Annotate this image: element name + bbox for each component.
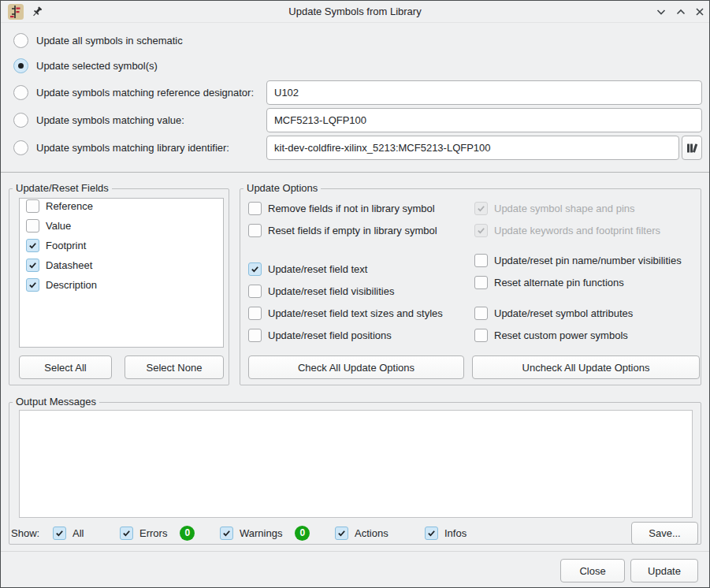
radio-circle (13, 33, 28, 48)
reference-designator-input[interactable] (266, 80, 702, 105)
close-icon (693, 6, 706, 18)
checkbox-update-pin-visibilities[interactable]: Update/reset pin name/number visibilitie… (474, 253, 682, 267)
checkbox-box (474, 329, 488, 342)
section-separator (1, 172, 710, 173)
checkbox-filter-warnings[interactable]: Warnings 0 (220, 526, 310, 540)
radio-match-value[interactable]: Update symbols matching value: (13, 112, 184, 128)
checkbox-box (26, 259, 39, 272)
update-symbols-dialog: Update Symbols from Library Update all s… (0, 0, 710, 588)
checkbox-datasheet[interactable]: Datasheet (26, 258, 223, 272)
checkbox-box (474, 224, 488, 237)
radio-label: Update selected symbol(s) (36, 60, 158, 72)
options-group-title: Update Options (243, 182, 321, 194)
checkbox-box (474, 202, 488, 215)
checkbox-box (425, 527, 438, 540)
checkbox-box (220, 527, 233, 540)
radio-label: Update symbols matching value: (36, 114, 184, 126)
minimize-button[interactable] (655, 6, 667, 18)
select-all-button[interactable]: Select All (19, 355, 112, 379)
checkbox-label: Warnings (240, 527, 282, 539)
output-messages-panel[interactable] (19, 410, 693, 518)
close-window-button[interactable] (693, 6, 706, 18)
checkbox-box (474, 254, 488, 267)
checkbox-box (26, 219, 39, 233)
checkbox-box (248, 262, 262, 276)
checkbox-label: Update/reset symbol attributes (494, 307, 633, 319)
checkbox-box (335, 527, 348, 540)
checkbox-filter-errors[interactable]: Errors 0 (120, 526, 195, 540)
checkbox-label: Update symbol shape and pins (494, 203, 635, 214)
chevron-up-icon (675, 6, 687, 18)
radio-match-library-id[interactable]: Update symbols matching library identifi… (13, 140, 229, 155)
checkbox-label: Update/reset field text sizes and styles (268, 307, 443, 319)
fields-list[interactable]: Reference Value Footprint Datasheet Desc… (19, 198, 224, 348)
checkbox-reference[interactable]: Reference (26, 199, 223, 213)
save-button[interactable]: Save... (631, 522, 698, 545)
checkbox-update-field-positions[interactable]: Update/reset field positions (248, 328, 392, 342)
radio-label: Update all symbols in schematic (36, 35, 183, 47)
radio-update-selected[interactable]: Update selected symbol(s) (13, 58, 158, 73)
maximize-button[interactable] (675, 6, 687, 18)
checkbox-label: Footprint (46, 240, 86, 251)
checkbox-box (53, 527, 66, 540)
checkbox-update-field-text[interactable]: Update/reset field text (248, 262, 367, 276)
select-none-button[interactable]: Select None (125, 355, 224, 379)
checkbox-label: Update/reset field visibilities (268, 285, 394, 297)
checkbox-label: Value (46, 220, 71, 232)
checkbox-box (474, 276, 488, 289)
checkbox-update-symbol-shape: Update symbol shape and pins (474, 201, 635, 215)
footer-separator (1, 551, 710, 552)
checkbox-update-field-visibilities[interactable]: Update/reset field visibilities (248, 284, 394, 298)
options-groupbox: Update Options Remove fields if not in l… (240, 188, 701, 385)
uncheck-all-options-button[interactable]: Uncheck All Update Options (472, 355, 700, 379)
titlebar[interactable]: Update Symbols from Library (1, 1, 709, 23)
checkbox-label: Reset custom power symbols (494, 329, 628, 341)
window-title: Update Symbols from Library (1, 1, 709, 22)
radio-label: Update symbols matching reference design… (36, 87, 254, 99)
browse-library-button[interactable] (682, 136, 702, 160)
checkbox-box (248, 285, 262, 298)
checkbox-label: Update/reset pin name/number visibilitie… (494, 255, 682, 266)
radio-update-all[interactable]: Update all symbols in schematic (13, 32, 183, 48)
checkbox-box (120, 527, 133, 540)
checkbox-box (248, 224, 262, 237)
checkbox-value[interactable]: Value (26, 218, 223, 233)
check-all-options-button[interactable]: Check All Update Options (248, 355, 464, 379)
checkbox-box (248, 202, 262, 215)
checkbox-filter-actions[interactable]: Actions (335, 526, 388, 540)
library-identifier-input[interactable] (266, 136, 679, 160)
checkbox-label: Reference (46, 200, 93, 212)
checkbox-reset-empty-fields[interactable]: Reset fields if empty in library symbol (248, 223, 437, 237)
value-input[interactable] (266, 108, 702, 132)
checkbox-remove-fields[interactable]: Remove fields if not in library symbol (248, 201, 435, 215)
checkbox-label: Update keywords and footprint filters (494, 225, 660, 236)
library-books-icon (686, 142, 698, 154)
checkbox-reset-custom-power[interactable]: Reset custom power symbols (474, 328, 628, 342)
checkbox-box (26, 199, 39, 213)
radio-circle (13, 85, 28, 100)
checkbox-footprint[interactable]: Footprint (26, 238, 223, 252)
checkbox-filter-all[interactable]: All (53, 526, 84, 540)
checkbox-label: Infos (444, 527, 467, 539)
checkbox-box (248, 307, 262, 320)
checkbox-label: Remove fields if not in library symbol (268, 203, 435, 214)
checkbox-box (26, 239, 39, 252)
checkbox-filter-infos[interactable]: Infos (425, 526, 467, 540)
radio-circle (13, 113, 28, 128)
checkbox-update-symbol-attributes[interactable]: Update/reset symbol attributes (474, 306, 633, 320)
fields-groupbox: Update/Reset Fields Reference Value Foot… (9, 188, 229, 385)
checkbox-description[interactable]: Description (26, 277, 223, 292)
warnings-count-badge: 0 (295, 526, 310, 541)
update-button[interactable]: Update (630, 559, 698, 582)
checkbox-reset-alternate-pins[interactable]: Reset alternate pin functions (474, 275, 624, 289)
output-groupbox: Output Messages Show: All Errors 0 Warni… (9, 402, 701, 545)
checkbox-label: Description (46, 279, 97, 291)
checkbox-label: Datasheet (46, 259, 92, 271)
checkbox-update-field-sizes[interactable]: Update/reset field text sizes and styles (248, 306, 443, 320)
radio-label: Update symbols matching library identifi… (36, 142, 229, 154)
radio-match-reference[interactable]: Update symbols matching reference design… (13, 84, 254, 100)
checkbox-box (474, 307, 488, 320)
close-button[interactable]: Close (560, 559, 625, 582)
radio-circle (13, 140, 28, 155)
chevron-down-icon (655, 6, 667, 18)
